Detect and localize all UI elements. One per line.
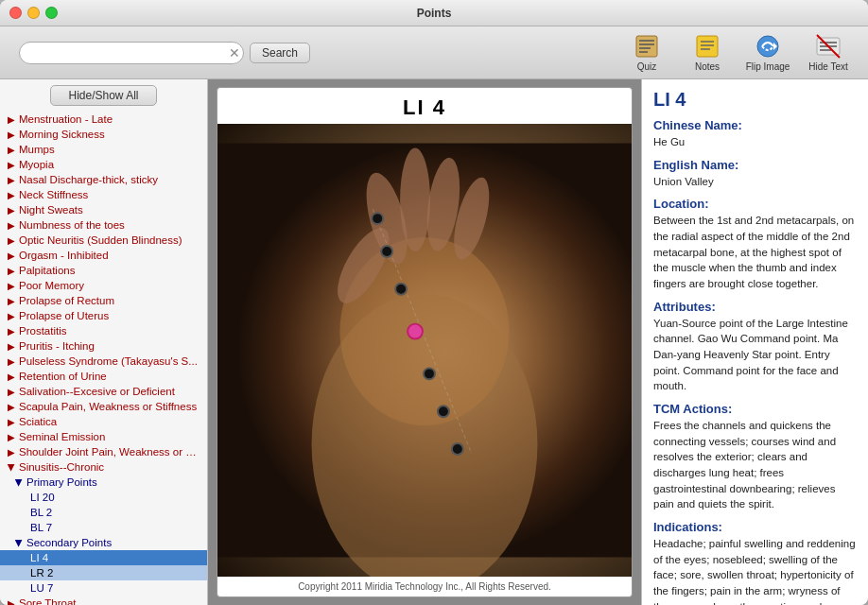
toolbar: ✕ Search Quiz — [0, 26, 868, 79]
right-panel: LI 4 Chinese Name: He Gu English Name: U… — [641, 79, 868, 605]
rp-location-text: Between the 1st and 2nd metacarpals, on … — [653, 213, 857, 291]
sidebar-item-lu7[interactable]: LU 7 — [0, 580, 207, 596]
svg-rect-5 — [697, 36, 718, 57]
sidebar-item-bl2[interactable]: BL 2 — [0, 505, 207, 520]
image-footer: Copyright 2011 Miridia Technology Inc., … — [298, 577, 551, 596]
hide-text-icon — [815, 33, 842, 60]
search-area: ✕ Search — [19, 42, 310, 64]
quiz-icon — [634, 33, 660, 60]
sidebar-item-secondary[interactable]: ▶Secondary Points — [0, 535, 207, 550]
sidebar-item[interactable]: ▶Pruritis - Itching — [0, 338, 207, 354]
rp-english-name-text: Union Valley — [653, 174, 857, 190]
rp-chinese-name-heading: Chinese Name: — [653, 118, 857, 132]
sidebar-item[interactable]: ▶Prolapse of Rectum — [0, 293, 207, 308]
svg-point-20 — [400, 147, 430, 251]
rp-location-heading: Location: — [653, 197, 857, 211]
hide-text-button[interactable]: Hide Text — [798, 28, 859, 78]
sidebar-item-bl7[interactable]: BL 7 — [0, 520, 207, 535]
sidebar-list[interactable]: ▶Menstruation - Late ▶Morning Sickness ▶… — [0, 112, 207, 605]
sidebar-item[interactable]: ▶Numbness of the toes — [0, 217, 207, 233]
search-clear-icon[interactable]: ✕ — [229, 46, 240, 60]
rp-indications-heading: Indications: — [653, 520, 857, 534]
sidebar-item[interactable]: ▶Retention of Urine — [0, 369, 207, 384]
sidebar-item-li20[interactable]: LI 20 — [0, 490, 207, 505]
sidebar-item[interactable]: ▶Pulseless Syndrome (Takayasu's S... — [0, 354, 207, 369]
hand-image — [217, 124, 632, 577]
sidebar-item[interactable]: ▶Neck Stiffness — [0, 187, 207, 202]
svg-point-26 — [381, 246, 392, 257]
rp-attributes-text: Yuan-Source point of the Large Intestine… — [653, 316, 857, 394]
sidebar-item[interactable]: ▶Prostatitis — [0, 323, 207, 338]
search-input[interactable] — [19, 42, 244, 64]
quiz-label: Quiz — [637, 61, 657, 72]
sidebar-item[interactable]: ▶Sore Throat — [0, 596, 207, 605]
image-card: LI 4 — [217, 87, 633, 597]
rp-tcm-actions-heading: TCM Actions: — [653, 402, 857, 416]
notes-button[interactable]: Notes — [677, 28, 738, 78]
sidebar-item[interactable]: ▶Salivation--Excesive or Deficient — [0, 384, 207, 399]
svg-point-25 — [372, 213, 383, 224]
sidebar-item[interactable]: ▶Nasal Discharge-thick, sticky — [0, 172, 207, 187]
window-controls — [9, 7, 58, 19]
rp-attributes-heading: Attributes: — [653, 300, 857, 314]
svg-point-28 — [408, 324, 423, 339]
notes-label: Notes — [695, 61, 720, 72]
sidebar-item[interactable]: ▶Optic Neuritis (Sudden Blindness) — [0, 233, 207, 248]
rp-chinese-name-text: He Gu — [653, 134, 857, 150]
sidebar-item-lr2[interactable]: LR 2 — [0, 565, 207, 580]
sidebar-item[interactable]: ▶Sciatica — [0, 414, 207, 429]
svg-point-27 — [395, 284, 407, 295]
hand-background — [217, 124, 632, 577]
hide-text-label: Hide Text — [808, 61, 848, 72]
sidebar-item-primary[interactable]: ▶Primary Points — [0, 475, 207, 490]
svg-point-30 — [438, 406, 449, 417]
sidebar-item[interactable]: ▶Scapula Pain, Weakness or Stiffness — [0, 399, 207, 414]
sidebar-item[interactable]: ▶Menstruation - Late — [0, 112, 207, 127]
window-title: Points — [417, 7, 452, 20]
sidebar-item[interactable]: ▶Seminal Emission — [0, 429, 207, 444]
sidebar-item[interactable]: ▶Morning Sickness — [0, 127, 207, 142]
maximize-button[interactable] — [45, 7, 58, 19]
flip-icon — [755, 33, 781, 60]
sidebar-item[interactable]: ▶Mumps — [0, 142, 207, 157]
sidebar-item-sinusitis[interactable]: ▶Sinusitis--Chronic — [0, 459, 207, 475]
main-content: Hide/Show All ▶Menstruation - Late ▶Morn… — [0, 79, 868, 605]
main-window: Points ✕ Search — [0, 0, 868, 605]
hide-show-all-button[interactable]: Hide/Show All — [50, 85, 156, 106]
rp-english-name-heading: English Name: — [653, 158, 857, 172]
flip-image-label: Flip Image — [746, 61, 790, 72]
notes-icon — [694, 33, 720, 60]
svg-rect-0 — [636, 36, 657, 57]
toolbar-tools: Quiz Notes — [616, 28, 859, 78]
sidebar-item-li4[interactable]: LI 4 — [0, 550, 207, 565]
sidebar-item[interactable]: ▶Night Sweats — [0, 202, 207, 217]
quiz-button[interactable]: Quiz — [616, 28, 677, 78]
rp-indications-text: Headache; painful swelling and reddening… — [653, 536, 857, 605]
sidebar: Hide/Show All ▶Menstruation - Late ▶Morn… — [0, 79, 208, 605]
flip-image-button[interactable]: Flip Image — [738, 28, 798, 78]
svg-point-31 — [452, 443, 463, 455]
close-button[interactable] — [9, 7, 22, 19]
svg-point-29 — [424, 368, 435, 379]
search-button[interactable]: Search — [250, 43, 310, 63]
point-title: LI 4 — [403, 88, 446, 124]
rp-tcm-actions-text: Frees the channels and quickens the conn… — [653, 418, 857, 512]
sidebar-item[interactable]: ▶Palpitations — [0, 263, 207, 278]
rp-main-title: LI 4 — [653, 89, 857, 111]
title-bar: Points — [0, 0, 868, 26]
minimize-button[interactable] — [27, 7, 40, 19]
center-panel: LI 4 — [208, 79, 641, 605]
sidebar-item[interactable]: ▶Myopia — [0, 157, 207, 172]
sidebar-item[interactable]: ▶Prolapse of Uterus — [0, 308, 207, 323]
sidebar-item[interactable]: ▶Shoulder Joint Pain, Weakness or S... — [0, 444, 207, 459]
sidebar-item[interactable]: ▶Poor Memory — [0, 278, 207, 293]
sidebar-item[interactable]: ▶Orgasm - Inhibited — [0, 248, 207, 263]
search-input-wrap: ✕ — [19, 42, 244, 64]
